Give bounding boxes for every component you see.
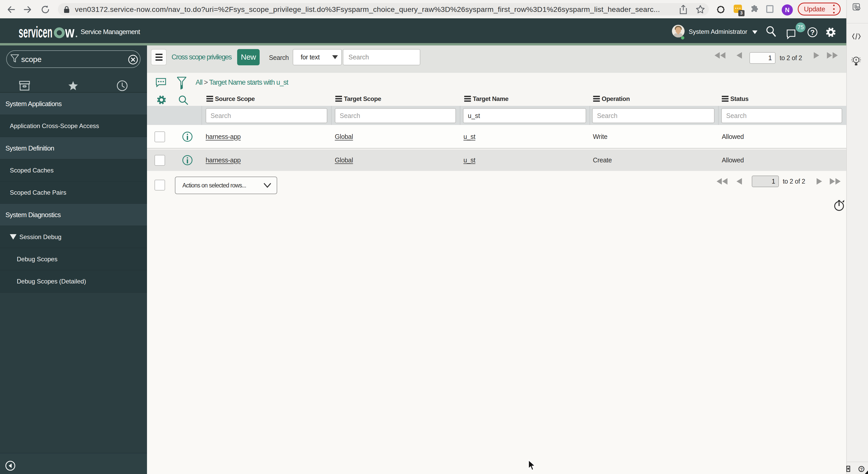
svg-text:servicen: servicen (19, 23, 53, 41)
svg-text:w: w (65, 23, 74, 41)
